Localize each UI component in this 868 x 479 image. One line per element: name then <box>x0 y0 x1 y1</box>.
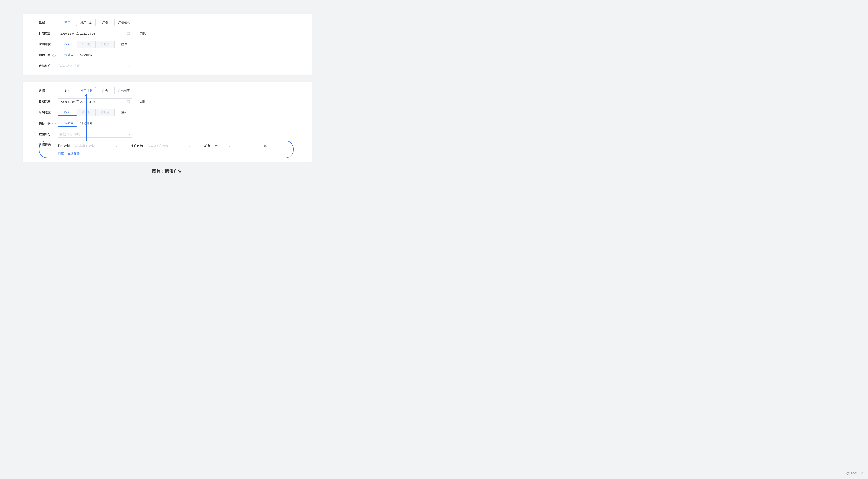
svg-rect-0 <box>127 32 130 34</box>
chevron-down-icon: ⌄ <box>129 64 131 68</box>
time-tabs: 按天 按小时 按时段 整体 <box>58 41 134 48</box>
date-sep: 至 <box>76 31 79 35</box>
chevron-down-icon-2: ⌄ <box>129 132 131 136</box>
chevron-down-icon-6: ⌄ <box>81 152 83 155</box>
checkbox-icon-2 <box>135 100 139 103</box>
compare-label: 对比 <box>140 31 146 35</box>
filter-target-select[interactable]: 请选择推广目标 ⌄ <box>147 143 192 149</box>
row-data-filter: 数据筛选 推广计划 请选择推广计划 ⌄ 推广目标 请选择推广目标 ⌄ 花费 大于 <box>39 141 296 155</box>
row-date: 日期范围 2020-12-04 至 2021-03-03 对比 <box>39 30 296 37</box>
tab-ad-2[interactable]: 广告 <box>96 88 115 94</box>
filter-cost-op: 大于 <box>215 144 221 148</box>
tab-ad[interactable]: 广告 <box>96 19 115 26</box>
scope-tabs: 广告播放 转化回传 <box>58 52 96 59</box>
date-end-2: 2021-03-03 <box>80 100 95 103</box>
filter-cost-unit: 元 <box>264 144 267 148</box>
breakdown-select[interactable]: 请选择细分维度 ⌄ <box>58 63 132 69</box>
tab-overall[interactable]: 整体 <box>115 41 133 48</box>
row-date-2: 日期范围 2020-12-04 至 2021-03-03 对比 <box>39 98 296 105</box>
calendar-icon-2 <box>127 100 130 104</box>
label-breakdown-2: 数据细分 <box>39 132 58 136</box>
date-range-input-2[interactable]: 2020-12-04 至 2021-03-03 <box>58 98 132 105</box>
tab-creative-2[interactable]: 广告创意 <box>115 88 133 94</box>
filter-plan-placeholder: 请选择推广计划 <box>74 144 95 148</box>
breakdown-select-2[interactable]: 请选择细分维度 ⌄ <box>58 131 132 137</box>
date-range-input[interactable]: 2020-12-04 至 2021-03-03 <box>58 30 132 37</box>
checkbox-icon <box>135 32 139 35</box>
tab-account[interactable]: 账户 <box>58 19 77 26</box>
help-icon[interactable]: ? <box>53 54 56 57</box>
scope-tabs-2: 广告播放 转化回传 <box>58 120 96 127</box>
compare-toggle-2[interactable]: 对比 <box>135 100 146 104</box>
row-data: 数据 账户 推广计划 广告 广告创意 <box>39 19 296 26</box>
label-time-dim-2: 时间维度 <box>39 110 58 115</box>
filter-clear-link[interactable]: 清空 <box>58 152 64 155</box>
breakdown-placeholder: 请选择细分维度 <box>59 64 80 68</box>
tab-by-hour: 按小时 <box>76 41 96 48</box>
date-start: 2020-12-04 <box>60 32 75 35</box>
tab-campaign[interactable]: 推广计划 <box>76 19 96 26</box>
filter-cost-label: 花费 <box>204 144 210 148</box>
date-start-2: 2020-12-04 <box>60 100 75 103</box>
filter-plan-label: 推广计划 <box>58 144 70 148</box>
label-breakdown: 数据细分 <box>39 64 58 68</box>
row-metric-scope: 指标口径 ? 广告播放 转化回传 <box>39 52 296 59</box>
date-end: 2021-03-03 <box>80 32 95 35</box>
row-breakdown: 数据细分 请选择细分维度 ⌄ <box>39 62 296 70</box>
filter-row-links: 清空 更多筛选 ⌄ <box>58 151 296 155</box>
compare-label-2: 对比 <box>140 100 146 104</box>
tab-by-hour-2: 按小时 <box>76 109 96 116</box>
help-icon-2[interactable]: ? <box>53 122 56 125</box>
row-time-dim: 时间维度 按天 按小时 按时段 整体 <box>39 41 296 48</box>
row-data-2: 数据 账户 推广计划 广告 广告创意 <box>39 87 296 94</box>
panel-bottom: 数据 账户 推广计划 广告 广告创意 日期范围 2020-12-04 至 202… <box>23 82 312 162</box>
caption: 图片：腾讯广告 <box>23 168 312 174</box>
date-sep-2: 至 <box>76 100 79 104</box>
filter-target-label: 推广目标 <box>131 144 143 148</box>
tab-creative[interactable]: 广告创意 <box>115 19 133 26</box>
label-date-range: 日期范围 <box>39 31 58 35</box>
data-tabs-2: 账户 推广计划 广告 广告创意 <box>58 87 134 94</box>
tab-by-period-2: 按时段 <box>96 109 115 116</box>
filter-cost-value-input[interactable] <box>234 143 261 149</box>
row-breakdown-2: 数据细分 请选择细分维度 ⌄ <box>39 131 296 138</box>
chevron-down-icon-3: ⌄ <box>115 144 118 148</box>
label-metric-scope-2: 指标口径 ? <box>39 121 58 125</box>
tab-ad-play-2[interactable]: 广告播放 <box>58 120 77 127</box>
tab-by-period: 按时段 <box>96 41 115 48</box>
time-tabs-2: 按天 按小时 按时段 整体 <box>58 109 134 116</box>
tab-conversion[interactable]: 转化回传 <box>76 52 96 59</box>
label-data: 数据 <box>39 21 58 25</box>
tab-conversion-2[interactable]: 转化回传 <box>76 120 96 127</box>
filter-plan-select[interactable]: 请选择推广计划 ⌄ <box>73 143 119 149</box>
filter-body: 推广计划 请选择推广计划 ⌄ 推广目标 请选择推广目标 ⌄ 花费 大于 ⌄ <box>58 143 296 155</box>
tab-overall-2[interactable]: 整体 <box>115 109 133 116</box>
filter-row-controls: 推广计划 请选择推广计划 ⌄ 推广目标 请选择推广目标 ⌄ 花费 大于 ⌄ <box>58 143 296 149</box>
filter-cost-op-select[interactable]: 大于 ⌄ <box>214 143 232 149</box>
label-data-2: 数据 <box>39 89 58 93</box>
breakdown-placeholder-2: 请选择细分维度 <box>59 132 80 136</box>
tab-by-day[interactable]: 按天 <box>58 41 77 47</box>
chevron-down-icon-4: ⌄ <box>188 144 191 148</box>
label-time-dim: 时间维度 <box>39 42 58 46</box>
chevron-down-icon-5: ⌄ <box>228 144 231 148</box>
panel-top: 数据 账户 推广计划 广告 广告创意 日期范围 2020-12-04 至 202… <box>23 13 312 75</box>
row-time-dim-2: 时间维度 按天 按小时 按时段 整体 <box>39 109 296 116</box>
svg-rect-1 <box>127 100 130 102</box>
row-metric-scope-2: 指标口径 ? 广告播放 转化回传 <box>39 120 296 127</box>
tab-by-day-2[interactable]: 按天 <box>58 109 77 116</box>
tab-ad-play[interactable]: 广告播放 <box>58 52 77 58</box>
label-date-range-2: 日期范围 <box>39 100 58 104</box>
filter-target-placeholder: 请选择推广目标 <box>147 144 168 148</box>
filter-more-link[interactable]: 更多筛选 ⌄ <box>68 152 83 155</box>
label-data-filter: 数据筛选 <box>39 143 58 147</box>
tab-account-2[interactable]: 账户 <box>58 88 77 94</box>
data-tabs: 账户 推广计划 广告 广告创意 <box>58 19 134 26</box>
label-metric-scope: 指标口径 ? <box>39 53 58 57</box>
tab-campaign-2[interactable]: 推广计划 <box>77 87 96 94</box>
calendar-icon <box>127 32 130 35</box>
compare-toggle[interactable]: 对比 <box>135 31 146 35</box>
